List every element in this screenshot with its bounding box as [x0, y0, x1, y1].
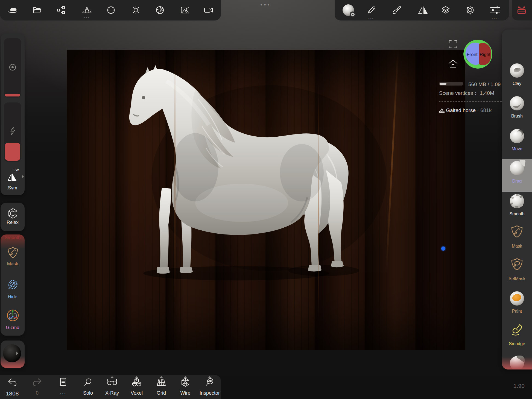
topology-sphere-icon[interactable] [107, 6, 115, 14]
brush-label[interactable]: Brush [502, 114, 532, 119]
node-graph-icon[interactable] [57, 6, 65, 14]
stylus-pencil-icon[interactable] [367, 6, 375, 14]
tool-paint[interactable] [502, 291, 532, 306]
tool-smudge[interactable] [502, 324, 532, 336]
memory-usage-text: 560 MB / 1.09 G [468, 81, 502, 87]
sym-mode-label: L/W [13, 168, 19, 172]
gizmo-label[interactable]: Gizmo [1, 325, 25, 330]
paint-icon [510, 291, 524, 306]
symmetry-expand-chevron[interactable] [22, 175, 24, 178]
inspector-label: Inspector [200, 390, 220, 396]
tool-clay[interactable] [502, 63, 532, 78]
smudge-icon [510, 324, 524, 336]
scene-pyramid-icon[interactable] [82, 6, 92, 14]
brush-icon [510, 96, 524, 110]
symmetry-icon[interactable] [7, 173, 17, 181]
relax-icon [7, 208, 19, 219]
redo-count: 0 [36, 390, 39, 396]
smooth-label[interactable]: Smooth [502, 212, 532, 216]
smooth-peek-label[interactable]: Smooth [1, 235, 25, 240]
matcap-sphere-icon[interactable] [343, 4, 354, 16]
voxel-button[interactable]: Voxel [126, 375, 148, 399]
tool-move[interactable] [502, 129, 532, 143]
nav-right-label[interactable]: Right [480, 52, 490, 57]
scene-vertices: Scene vertices： 1.40M [439, 90, 494, 97]
inspector-button[interactable]: Inspector [199, 375, 221, 399]
undo-button[interactable]: 1808 [1, 375, 23, 399]
radius-icon [9, 63, 16, 71]
hide-label[interactable]: Hide [1, 294, 25, 300]
intensity-slider[interactable] [4, 102, 21, 162]
toolbox-bar [512, 0, 532, 20]
intensity-slider-fill [5, 143, 20, 161]
open-folder-icon[interactable] [33, 6, 41, 14]
wire-button[interactable]: Wire [174, 375, 196, 399]
grid-expand-caret[interactable] [160, 376, 163, 378]
panel-scroll-fade [502, 357, 532, 369]
memory-usage-fill [440, 83, 446, 85]
wood-grain-streak [318, 50, 319, 350]
solo-label: Solo [83, 390, 93, 396]
xray-expand-caret[interactable] [110, 376, 114, 378]
orientation-sphere[interactable]: Front Right [463, 40, 492, 69]
relax-label[interactable]: Relax [1, 220, 25, 225]
object-row[interactable]: Gaited horse · 681k [439, 107, 492, 113]
nav-front-label[interactable]: Front [467, 52, 478, 57]
xray-button[interactable]: X-Ray [101, 375, 123, 399]
clay-label[interactable]: Clay [502, 81, 532, 86]
lighting-sun-icon[interactable] [131, 6, 140, 14]
home-view-icon[interactable] [448, 59, 458, 68]
solo-button[interactable]: Solo [77, 375, 99, 399]
tool-mask[interactable] [502, 225, 532, 238]
drag-label[interactable]: Drag [502, 179, 532, 184]
smudge-label[interactable]: Smudge [502, 341, 532, 346]
selmask-label[interactable]: SelMask [502, 276, 532, 281]
tool-brush[interactable] [502, 96, 532, 110]
environment-expand-chevron[interactable] [16, 352, 18, 355]
object-sep: · [477, 107, 479, 113]
object-name[interactable]: Gaited horse [446, 107, 476, 113]
move-label[interactable]: Move [502, 146, 532, 151]
relax-tool-panel[interactable]: Relax [1, 203, 25, 231]
horse-sculpture[interactable] [67, 50, 465, 350]
camera-video-icon[interactable] [204, 7, 213, 13]
tool-selmask[interactable] [502, 258, 532, 271]
history-button[interactable]: ··· [52, 375, 74, 399]
config-sliders-icon[interactable] [490, 6, 500, 14]
scene-vertices-value: 1.40M [480, 90, 494, 96]
mask-icon[interactable] [7, 247, 18, 259]
settings-gear-icon[interactable] [466, 5, 475, 15]
paint-label[interactable]: Paint [502, 309, 532, 314]
undo-count: 1808 [6, 390, 19, 397]
fullscreen-icon[interactable] [448, 40, 458, 49]
gizmo-icon[interactable] [7, 309, 19, 322]
symmetry-label[interactable]: Sym [1, 185, 25, 191]
toolbox-icon[interactable] [517, 6, 526, 14]
postprocess-aperture-icon[interactable] [156, 6, 164, 14]
hide-icon[interactable] [7, 279, 19, 290]
tool-smooth[interactable] [502, 194, 532, 208]
wood-grain-streak [174, 50, 176, 350]
background-material-panel[interactable] [1, 341, 25, 368]
paint-brush-icon[interactable] [392, 6, 401, 14]
radius-slider[interactable] [4, 38, 21, 98]
viewport-canvas[interactable] [67, 50, 465, 350]
nomad-logo-icon[interactable] [7, 6, 18, 14]
zoom-level: 1.90 [513, 383, 525, 389]
selmask-shield-icon [511, 258, 523, 271]
grid-button[interactable]: Grid [150, 375, 172, 399]
layers-stack-icon[interactable] [441, 6, 450, 14]
bottom-toolbar: 1808 0 ··· Solo X-Ray Voxel Grid [0, 375, 221, 399]
mask-label-right[interactable]: Mask [502, 244, 532, 249]
background-image-icon[interactable] [181, 7, 189, 14]
redo-button[interactable]: 0 [26, 375, 48, 399]
xray-label: X-Ray [105, 390, 119, 396]
wire-label: Wire [180, 390, 191, 396]
tool-drag[interactable] [502, 161, 532, 175]
mask-label[interactable]: Mask [1, 261, 25, 267]
object-vertex-count: 681k [480, 107, 492, 113]
clay-icon [510, 63, 524, 78]
symmetry-mirror-icon[interactable] [418, 5, 428, 15]
window-handle-dots[interactable]: ••• [260, 2, 271, 8]
main-toolbar: ··· [0, 0, 221, 20]
